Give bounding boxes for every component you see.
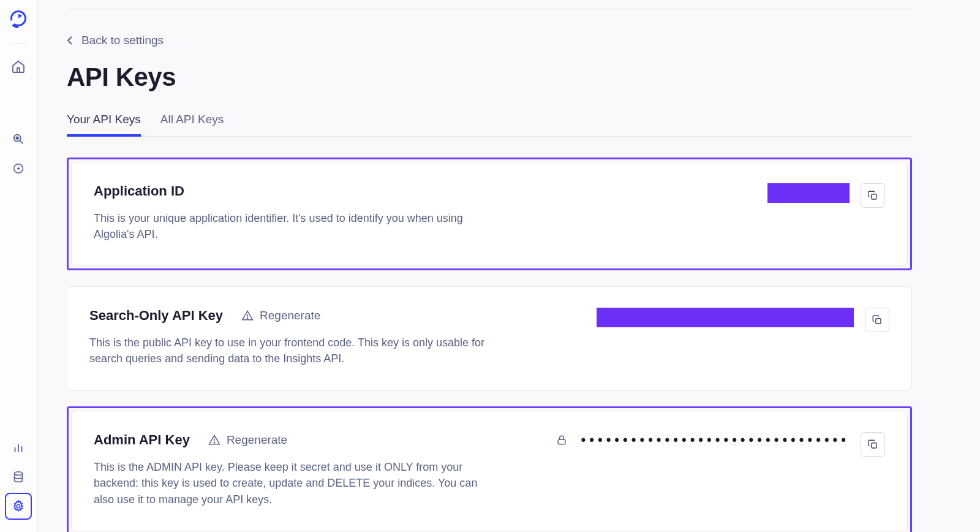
card-admin-key: Admin API Key Regenerate [71, 411, 908, 531]
chevron-left-icon [67, 36, 73, 45]
sidebar [0, 0, 37, 532]
copy-application-id-button[interactable] [861, 183, 885, 208]
page-title: API Keys [67, 63, 912, 92]
algolia-logo[interactable] [9, 9, 28, 31]
bolt-icon[interactable] [6, 156, 31, 181]
svg-point-11 [247, 318, 247, 319]
back-to-settings-link[interactable]: Back to settings [67, 34, 164, 47]
card-desc-admin-key: This is the ADMIN API key. Please keep i… [94, 459, 498, 507]
main-content: Back to settings API Keys Your API Keys … [37, 0, 980, 532]
svg-rect-15 [558, 440, 565, 445]
svg-point-14 [214, 443, 214, 443]
top-border [67, 9, 912, 9]
warning-icon [241, 310, 254, 322]
search-key-value-redacted [597, 308, 854, 327]
regenerate-label: Regenerate [260, 309, 320, 322]
search-icon[interactable] [6, 127, 31, 151]
admin-key-masked: •••••••••••••••••••••••••••••••• [581, 432, 850, 448]
regenerate-label: Regenerate [227, 433, 287, 447]
card-title-search-key: Search-Only API Key [89, 308, 223, 324]
copy-icon [872, 314, 883, 325]
lock-icon [556, 434, 568, 446]
card-title-admin-key: Admin API Key [94, 432, 190, 448]
svg-point-7 [15, 472, 23, 476]
card-desc-application-id: This is your unique application identifi… [94, 210, 498, 242]
card-wrap-search-key: Search-Only API Key Regenerate [67, 286, 912, 390]
warning-icon [208, 434, 221, 446]
svg-point-2 [16, 137, 18, 139]
card-search-key: Search-Only API Key Regenerate [67, 286, 912, 390]
regenerate-search-key-button[interactable]: Regenerate [241, 309, 320, 322]
tabs: Your API Keys All API Keys [67, 113, 912, 137]
copy-icon [867, 439, 878, 450]
card-application-id-highlight: Application ID This is your unique appli… [67, 158, 912, 270]
tab-your-api-keys[interactable]: Your API Keys [67, 113, 141, 136]
copy-icon [867, 190, 878, 201]
gear-icon[interactable] [6, 494, 31, 519]
svg-line-1 [20, 141, 23, 144]
divider [9, 43, 28, 44]
svg-point-8 [17, 504, 20, 508]
copy-search-key-button[interactable] [865, 308, 889, 332]
card-application-id: Application ID This is your unique appli… [71, 162, 908, 266]
copy-admin-key-button[interactable] [861, 432, 885, 457]
database-icon[interactable] [6, 465, 31, 489]
home-icon[interactable] [6, 55, 31, 79]
svg-rect-9 [872, 194, 876, 199]
card-title-application-id: Application ID [94, 183, 184, 199]
application-id-value-redacted [767, 183, 850, 203]
card-admin-key-highlight: Admin API Key Regenerate [67, 406, 912, 532]
card-desc-search-key: This is the public API key to use in you… [89, 335, 494, 367]
back-label: Back to settings [81, 34, 164, 47]
svg-rect-12 [876, 319, 881, 324]
svg-rect-16 [872, 443, 876, 448]
regenerate-admin-key-button[interactable]: Regenerate [208, 433, 287, 447]
analytics-icon[interactable] [6, 435, 31, 460]
tab-all-api-keys[interactable]: All API Keys [160, 113, 224, 136]
